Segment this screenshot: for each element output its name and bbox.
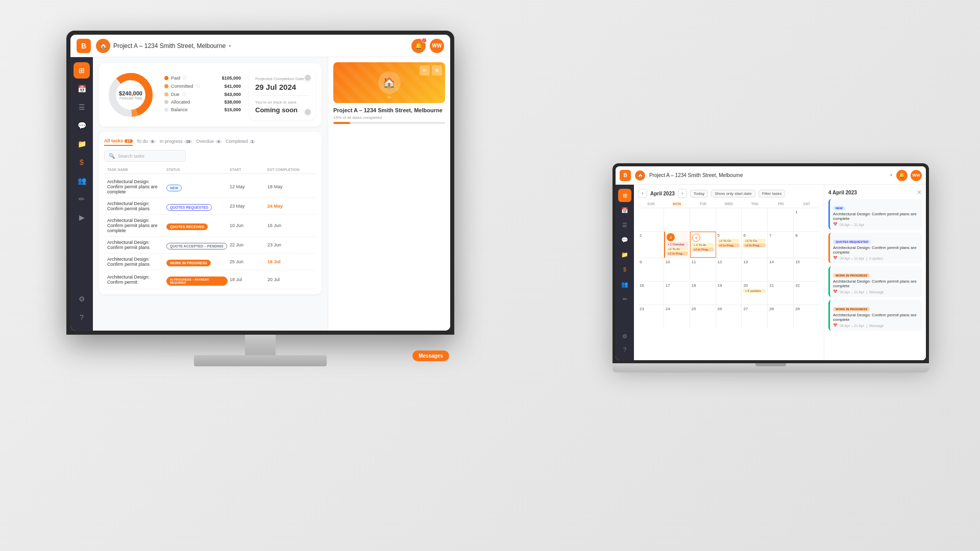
sidebar-item-help[interactable]: ? <box>74 309 90 325</box>
cal-event: +2 In Prog... <box>667 252 688 256</box>
cal-day-6[interactable]: 6 +3 To Do +2 In Prog... <box>742 232 768 258</box>
cal-day-11[interactable]: 11 <box>690 258 716 281</box>
laptop-sidebar-messages[interactable]: 💬 <box>618 233 631 246</box>
cal-day-2[interactable]: 2 <box>638 232 664 258</box>
tab-overdue[interactable]: Overdue 4 <box>197 137 222 145</box>
savings-info-icon[interactable]: ⓘ <box>304 109 311 116</box>
committed-info-icon[interactable]: ⓘ <box>196 83 200 89</box>
tab-all-tasks[interactable]: All tasks 27 <box>104 137 133 146</box>
table-row[interactable]: Architectural Design: Confirm permit pla… <box>104 237 316 254</box>
allocated-label: Allocated <box>171 99 190 105</box>
laptop-sidebar-budget[interactable]: $ <box>618 263 631 276</box>
cal-day-22[interactable]: 22 <box>794 282 820 305</box>
sidebar-item-notes[interactable]: ✏ <box>74 191 90 207</box>
cal-day-5[interactable]: 5 +3 To Do +2 In Prog... <box>716 232 742 258</box>
day-detail-panel: 4 April 2023 ✕ NEW Architectural Design:… <box>824 185 926 360</box>
cal-day-18[interactable]: 18 <box>690 282 716 305</box>
sidebar-item-calendar[interactable]: 📅 <box>74 81 90 97</box>
forecast-amount: $240,000 <box>119 90 142 96</box>
laptop-sidebar-tasks[interactable]: ☰ <box>618 218 631 232</box>
cal-day-20[interactable]: 20 + 6 updates <box>742 282 768 305</box>
laptop-sidebar-settings[interactable]: ⚙ <box>618 330 631 343</box>
cal-event: + 2 To do <box>692 243 714 247</box>
table-row[interactable]: Architectural Design: Confirm permit pla… <box>104 254 316 270</box>
status-badge: NEW <box>166 185 182 191</box>
day-task-card[interactable]: WORK IN PROGRESS Architectural Design: C… <box>828 300 922 331</box>
laptop-avatar-button[interactable]: WW <box>911 170 922 181</box>
day-number: 5 <box>718 233 740 238</box>
cal-day-13[interactable]: 13 <box>742 258 768 281</box>
edit-icon-button[interactable]: ✏ <box>420 65 430 76</box>
calendar-prev-button[interactable]: ‹ <box>638 189 647 198</box>
cal-day-24[interactable]: 24 <box>664 305 690 328</box>
cal-day-12[interactable]: 12 <box>716 258 742 281</box>
day-detail-header: 4 April 2023 ✕ <box>828 189 922 196</box>
tab-completed[interactable]: Completed 1 <box>226 137 255 145</box>
sidebar-item-settings[interactable]: ⚙ <box>74 291 90 307</box>
cal-day-9[interactable]: 9 <box>638 258 664 281</box>
table-row[interactable]: Architectural Design: Confirm permit IN … <box>104 270 316 289</box>
cal-day-23[interactable]: 23 <box>638 305 664 328</box>
cal-day-14[interactable]: 14 <box>768 258 794 281</box>
laptop-sidebar-help[interactable]: ? <box>618 343 631 356</box>
sidebar-item-messages[interactable]: 💬 <box>74 117 90 134</box>
task-start: 10 Jun <box>230 223 265 228</box>
cal-day-28[interactable]: 28 <box>768 305 794 328</box>
table-row[interactable]: Architectural Design: Confirm permit pla… <box>104 215 316 237</box>
cal-day-26[interactable]: 26 <box>716 305 742 328</box>
task-start: 23 May <box>230 204 265 209</box>
calendar-today-button[interactable]: Today <box>690 190 708 197</box>
legend-row-paid: Paid ⓘ $105,000 <box>164 75 241 81</box>
day-detail-close-button[interactable]: ✕ <box>917 189 922 196</box>
cal-day-27[interactable]: 27 <box>742 305 768 328</box>
sidebar-item-tasks[interactable]: ☰ <box>74 99 90 115</box>
day-task-card[interactable]: QUOTES REQUESTED Architectural Design: C… <box>828 233 922 263</box>
cal-day-21[interactable]: 21 <box>768 282 794 305</box>
day-task-meta: 📅 06 Apr – 21 Apr | Message <box>833 290 919 294</box>
completion-info-icon[interactable]: ⓘ <box>304 74 311 82</box>
calendar-show-start-filter[interactable]: Show only start date <box>711 190 755 197</box>
table-row[interactable]: Architectural Design: Confirm permit pla… <box>104 176 316 198</box>
sidebar-item-dashboard[interactable]: ⊞ <box>74 62 90 79</box>
tab-to-do[interactable]: To do 9 <box>137 137 156 145</box>
cal-day-1[interactable]: 1 <box>794 208 820 231</box>
cal-day-4[interactable]: 4 + 2 To do +2 In Prog... <box>690 232 716 258</box>
day-task-card[interactable]: WORK IN PROGRESS Architectural Design: C… <box>828 266 922 297</box>
calendar-filter-tasks[interactable]: Filter tasks <box>758 190 786 197</box>
edit-photo-icon[interactable]: ✏ <box>387 95 391 100</box>
cal-day-15[interactable]: 15 <box>794 258 820 281</box>
task-end: 24 May <box>267 204 313 209</box>
tab-in-progress[interactable]: In progress 16 <box>160 137 192 145</box>
cal-day-17[interactable]: 17 <box>664 282 690 305</box>
sidebar-item-progress[interactable]: ▶ <box>74 209 90 226</box>
notifications-button[interactable]: 🔔 2 <box>411 39 426 53</box>
cal-day-25[interactable]: 25 <box>690 305 716 328</box>
cal-day-8[interactable]: 8 <box>794 232 820 258</box>
cal-day-10[interactable]: 10 <box>664 258 690 281</box>
cal-day-29[interactable]: 29 <box>794 305 820 328</box>
laptop-sidebar-notes[interactable]: ✏ <box>618 292 631 306</box>
laptop-sidebar-calendar[interactable]: 📅 <box>618 204 631 217</box>
due-info-icon[interactable]: ⓘ <box>182 91 186 97</box>
calendar-next-button[interactable]: › <box>678 189 687 198</box>
day-task-card[interactable]: NEW Architectural Design: Confirm permit… <box>828 199 922 230</box>
search-bar[interactable]: 🔍 Search tasks <box>104 150 186 162</box>
cal-day-7[interactable]: 7 <box>768 232 794 258</box>
laptop-sidebar-dashboard[interactable]: ⊞ <box>618 189 631 202</box>
main-content: $240,000 Forecast Total Paid <box>93 57 450 331</box>
laptop-notifications-button[interactable]: 🔔 <box>896 170 908 181</box>
user-avatar-button[interactable]: WW <box>430 39 444 53</box>
table-row[interactable]: Architectural Design: Confirm permit pla… <box>104 198 316 215</box>
laptop-dropdown-chevron[interactable]: ▾ <box>890 173 892 178</box>
cal-day-16[interactable]: 16 <box>638 282 664 305</box>
sidebar-item-team[interactable]: 👥 <box>74 172 90 189</box>
paid-info-icon[interactable]: ⓘ <box>183 75 187 81</box>
cal-day-3[interactable]: 3 • 1 Overdue +2 To do +2 In Prog... <box>664 232 690 258</box>
sidebar-item-files[interactable]: 📁 <box>74 136 90 152</box>
dropdown-chevron[interactable]: ▾ <box>229 43 231 48</box>
laptop-sidebar-team[interactable]: 👥 <box>618 278 631 291</box>
cal-day-19[interactable]: 19 <box>716 282 742 305</box>
settings-icon-button[interactable]: ⚙ <box>432 65 442 76</box>
laptop-sidebar-files[interactable]: 📁 <box>618 248 631 261</box>
sidebar-item-budget[interactable]: $ <box>74 154 90 170</box>
